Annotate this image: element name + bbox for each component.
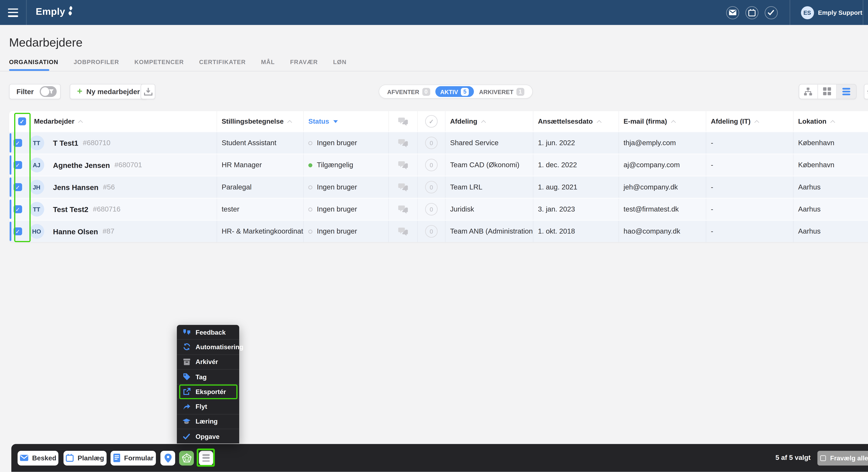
- view-grid-button[interactable]: [818, 85, 837, 98]
- comments-cell[interactable]: [389, 132, 418, 154]
- move-arrow-icon: [182, 404, 190, 410]
- menu-item-arkiver[interactable]: Arkivér: [177, 354, 239, 369]
- col-afdeling-it[interactable]: Afdeling (IT): [711, 117, 751, 125]
- tab-jobprofiler[interactable]: JOBPROFILER: [73, 58, 119, 65]
- comments-cell[interactable]: [389, 199, 418, 220]
- new-employee-button[interactable]: + Ny medarbejder: [70, 84, 147, 99]
- employee-name[interactable]: Test Test2: [53, 205, 88, 213]
- employee-id: #87: [102, 227, 115, 235]
- tab-maal[interactable]: MÅL: [261, 58, 275, 65]
- tab-kompetencer[interactable]: KOMPETENCER: [134, 58, 184, 65]
- selected-row-indicator: [10, 222, 11, 241]
- competence-button[interactable]: [179, 451, 194, 465]
- row-checkbox[interactable]: ✓: [13, 183, 22, 191]
- table-row[interactable]: ✓ AJ Agnethe Jensen #680701 HR Manager T…: [9, 154, 868, 176]
- tab-organisation[interactable]: ORGANISATION: [9, 58, 58, 65]
- sort-caret-icon: [830, 120, 835, 125]
- menu-item-laering[interactable]: Læring: [177, 414, 239, 429]
- tasks-cell[interactable]: 0: [418, 154, 446, 176]
- active-tab-indicator: [9, 69, 49, 71]
- menu-item-opgave[interactable]: Opgave: [177, 429, 239, 444]
- menu-item-automatisering[interactable]: Automatisering: [177, 339, 239, 354]
- selected-row-indicator: [10, 177, 11, 197]
- department-it-cell: -: [706, 199, 794, 220]
- export-icon: [182, 388, 190, 395]
- status-filter-afventer[interactable]: AFVENTER 0: [382, 85, 435, 98]
- more-actions-button[interactable]: [198, 451, 213, 465]
- location-button[interactable]: [160, 451, 175, 465]
- col-status[interactable]: Status: [308, 117, 329, 125]
- employee-name[interactable]: Hanne Olsen: [53, 227, 98, 236]
- employee-name[interactable]: Jens Hansen: [53, 183, 98, 191]
- tab-loen[interactable]: LØN: [333, 58, 346, 65]
- hamburger-menu-icon[interactable]: [8, 8, 18, 17]
- tasks-cell[interactable]: 0: [418, 176, 446, 198]
- comments-cell[interactable]: [389, 154, 418, 176]
- tab-certifikater[interactable]: CERTIFIKATER: [199, 58, 246, 65]
- status-filter-arkiveret[interactable]: ARKIVERET 1: [474, 85, 529, 98]
- divider: [790, 0, 790, 25]
- status-filter-aktiv[interactable]: AKTIV 5: [435, 86, 474, 97]
- col-stillingsbetegnelse[interactable]: Stillingsbetegnelse: [222, 117, 284, 125]
- sort-caret-icon: [754, 120, 759, 125]
- sort-active-icon: [333, 120, 338, 123]
- brand-logo[interactable]: Emply: [36, 6, 74, 18]
- menu-item-feedback[interactable]: Feedback: [177, 325, 239, 339]
- filter-toggle[interactable]: [39, 86, 56, 97]
- row-checkbox[interactable]: ✓: [13, 161, 22, 169]
- avatar: HO: [29, 224, 44, 239]
- import-icon: [144, 87, 152, 96]
- col-lokation[interactable]: Lokation: [798, 117, 827, 125]
- feedback-icon: [182, 329, 190, 335]
- table-row[interactable]: ✓ JH Jens Hansen #56 Paralegal Ingen bru…: [9, 176, 868, 198]
- envelope-icon: [20, 455, 28, 461]
- table-row[interactable]: ✓ TT T Test1 #680710 Student Assistant I…: [9, 131, 868, 154]
- col-ansaettelsesdato[interactable]: Ansættelsesdato: [538, 117, 593, 125]
- deselect-all-label: Fravælg alle: [830, 454, 868, 462]
- menu-item-eksporter[interactable]: Eksportér: [177, 384, 239, 399]
- hire-date-cell: 3. jan. 2023: [533, 199, 619, 220]
- funnel-icon: [49, 89, 54, 94]
- schedule-button[interactable]: Planlæg: [63, 451, 106, 465]
- messages-icon[interactable]: [726, 6, 739, 19]
- afventer-count: 0: [422, 88, 430, 95]
- divider: [863, 0, 863, 25]
- view-list-button[interactable]: [837, 85, 856, 98]
- divider: [26, 0, 26, 25]
- comments-cell[interactable]: [389, 220, 418, 242]
- calendar-icon[interactable]: [745, 6, 758, 19]
- deselect-all-button[interactable]: Fravælg alle: [817, 451, 868, 465]
- user-name[interactable]: Emply Support: [818, 9, 862, 16]
- row-checkbox[interactable]: ✓: [13, 227, 22, 235]
- employee-name[interactable]: Agnethe Jensen: [53, 161, 110, 169]
- menu-item-tag[interactable]: Tag: [177, 369, 239, 384]
- comments-cell[interactable]: [389, 176, 418, 198]
- select-all-checkbox[interactable]: ✓: [18, 117, 26, 125]
- status-filter-group: AFVENTER 0 AKTIV 5 ARKIVERET 1: [379, 85, 533, 99]
- row-checkbox[interactable]: ✓: [13, 139, 22, 147]
- status-cell: Ingen bruger: [304, 220, 389, 242]
- form-button[interactable]: Formular: [111, 451, 156, 465]
- tasks-cell[interactable]: 0: [418, 132, 446, 154]
- col-afdeling[interactable]: Afdeling: [450, 117, 477, 125]
- table-row[interactable]: ✓ HO Hanne Olsen #87 HR- & Marketingkoor…: [9, 220, 868, 242]
- grid-icon: [823, 88, 831, 95]
- import-button[interactable]: [141, 84, 155, 99]
- department-cell: Team LRL: [446, 176, 533, 198]
- menu-item-flyt[interactable]: Flyt: [177, 399, 239, 414]
- sort-caret-icon: [481, 120, 486, 125]
- tab-fravaer[interactable]: FRAVÆR: [290, 58, 318, 65]
- table-settings-button[interactable]: [864, 84, 868, 99]
- col-email[interactable]: E-mail (firma): [624, 117, 667, 125]
- employee-name[interactable]: T Test1: [53, 139, 78, 147]
- row-checkbox[interactable]: ✓: [13, 205, 22, 213]
- view-orgchart-button[interactable]: [799, 85, 818, 98]
- col-medarbejder[interactable]: Medarbejder: [34, 117, 74, 125]
- user-avatar[interactable]: ES: [801, 6, 814, 19]
- filter-button[interactable]: Filter: [9, 84, 60, 99]
- tasks-cell[interactable]: 0: [418, 199, 446, 220]
- tasks-cell[interactable]: 0: [418, 220, 446, 242]
- table-row[interactable]: ✓ TT Test Test2 #680716 tester Ingen bru…: [9, 198, 868, 220]
- tasks-check-icon[interactable]: [764, 6, 777, 19]
- message-button[interactable]: Besked: [18, 451, 58, 465]
